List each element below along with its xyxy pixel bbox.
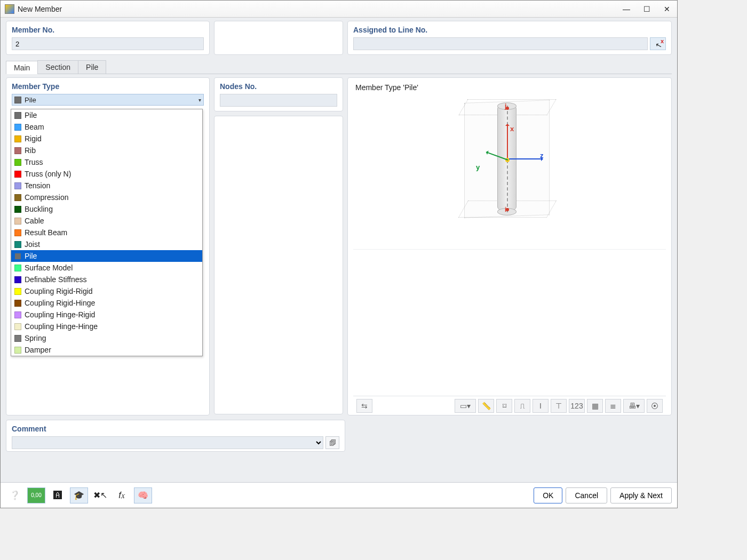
preview-canvas: j i x z y bbox=[353, 95, 666, 250]
member-type-option[interactable]: Pile bbox=[11, 250, 202, 262]
cancel-button[interactable]: Cancel bbox=[566, 487, 607, 503]
color-swatch-icon bbox=[14, 171, 21, 178]
member-type-option[interactable]: Pile bbox=[11, 109, 202, 121]
nodes-panel: Nodes No. bbox=[214, 77, 343, 111]
member-type-option-label: Result Beam bbox=[25, 228, 67, 237]
member-type-option-label: Rib bbox=[25, 146, 36, 155]
maximize-button[interactable]: ☐ bbox=[637, 2, 657, 17]
units-icon-button[interactable]: 0,00 bbox=[27, 487, 45, 503]
member-type-combo[interactable]: Pile ▾ bbox=[12, 94, 204, 106]
view-mode-dropdown[interactable]: ▭▾ bbox=[455, 399, 476, 413]
print-dropdown-button[interactable]: 🖶▾ bbox=[623, 399, 645, 413]
pick-cancel-icon-button[interactable]: ✖↖ bbox=[91, 487, 109, 503]
axis-y-label: y bbox=[476, 163, 480, 171]
apply-next-button[interactable]: Apply & Next bbox=[610, 487, 672, 503]
member-type-option-label: Coupling Rigid-Rigid bbox=[25, 287, 93, 295]
color-swatch-icon bbox=[14, 159, 21, 166]
member-type-option[interactable]: Coupling Rigid-Rigid bbox=[11, 285, 202, 297]
tab-pile[interactable]: Pile bbox=[78, 60, 106, 74]
member-type-option[interactable]: Truss (only N) bbox=[11, 168, 202, 180]
transfer-icon-button[interactable]: ⇆ bbox=[356, 399, 372, 413]
comment-label: Comment bbox=[12, 425, 339, 433]
close-button[interactable]: ✕ bbox=[657, 2, 677, 17]
grid-icon-button[interactable]: ▦ bbox=[587, 399, 603, 413]
brain-icon-button[interactable]: 🧠 bbox=[134, 487, 152, 503]
member-no-panel: Member No. bbox=[6, 21, 210, 55]
member-type-option[interactable]: Definable Stiffness bbox=[11, 274, 202, 285]
tab-section[interactable]: Section bbox=[37, 60, 78, 74]
member-type-option-label: Truss bbox=[25, 158, 43, 166]
member-no-label: Member No. bbox=[12, 26, 204, 34]
fx-icon-button[interactable]: f𝑥 bbox=[113, 487, 131, 503]
graduation-icon-button[interactable]: 🎓 bbox=[70, 487, 88, 503]
member-type-option-label: Tension bbox=[25, 181, 50, 190]
member-type-swatch-icon bbox=[14, 97, 21, 103]
member-type-option-label: Cable bbox=[25, 217, 44, 225]
member-type-option[interactable]: Coupling Hinge-Hinge bbox=[11, 321, 202, 332]
member-type-option[interactable]: Surface Model bbox=[11, 262, 202, 274]
color-swatch-icon bbox=[14, 229, 21, 236]
color-swatch-icon bbox=[14, 323, 21, 330]
member-type-option[interactable]: Truss bbox=[11, 156, 202, 168]
member-type-option[interactable]: Buckling bbox=[11, 203, 202, 215]
nodes-input[interactable] bbox=[220, 94, 337, 107]
member-type-option[interactable]: Coupling Rigid-Hinge bbox=[11, 297, 202, 309]
section-t-icon-button[interactable]: ⊤ bbox=[551, 399, 567, 413]
new-member-dialog: New Member — ☐ ✕ Member No. Assigned to … bbox=[0, 0, 678, 508]
comment-panel: Comment 🗐 bbox=[6, 420, 345, 452]
member-no-input[interactable] bbox=[12, 37, 204, 50]
member-type-option-label: Rigid bbox=[25, 134, 42, 143]
member-type-option-label: Beam bbox=[25, 123, 44, 131]
translate-icon-button[interactable]: 🅰 bbox=[49, 487, 67, 503]
member-type-option-label: Definable Stiffness bbox=[25, 275, 86, 284]
comment-library-button[interactable]: 🗐 bbox=[325, 436, 339, 449]
member-type-option[interactable]: Damper bbox=[11, 344, 202, 356]
member-type-option[interactable]: Rigid bbox=[11, 133, 202, 145]
member-type-option[interactable]: Result Beam bbox=[11, 227, 202, 238]
assigned-line-input[interactable] bbox=[353, 37, 648, 50]
minimize-button[interactable]: — bbox=[616, 2, 637, 17]
member-type-option-label: Damper bbox=[25, 346, 51, 354]
member-type-panel: Member Type Pile ▾ PileBeamRigidRibTruss… bbox=[6, 77, 210, 415]
member-type-option[interactable]: Coupling Hinge-Rigid bbox=[11, 309, 202, 321]
search-reset-icon-button[interactable]: ⦿ bbox=[647, 399, 663, 413]
color-swatch-icon bbox=[14, 206, 21, 213]
dialog-body: Member No. Assigned to Line No. x ↖ Main… bbox=[1, 18, 677, 482]
color-swatch-icon bbox=[14, 265, 21, 271]
mid-blank-panel bbox=[214, 116, 343, 414]
help-icon-button[interactable]: ❔ bbox=[6, 487, 24, 503]
member-type-option[interactable]: Cable bbox=[11, 215, 202, 227]
comment-combo[interactable] bbox=[12, 436, 323, 449]
color-swatch-icon bbox=[14, 335, 21, 342]
assigned-line-label: Assigned to Line No. bbox=[353, 26, 666, 34]
member-type-option[interactable]: Joist bbox=[11, 238, 202, 250]
list-icon-button[interactable]: ≣ bbox=[605, 399, 621, 413]
member-type-option[interactable]: Spring bbox=[11, 332, 202, 344]
member-type-option-label: Coupling Rigid-Hinge bbox=[25, 299, 95, 307]
color-swatch-icon bbox=[14, 135, 21, 142]
color-swatch-icon bbox=[14, 194, 21, 201]
numbering-icon-button[interactable]: 123 bbox=[569, 399, 585, 413]
ok-button[interactable]: OK bbox=[534, 487, 562, 503]
node-j-label: j bbox=[505, 102, 506, 110]
color-swatch-icon bbox=[14, 276, 21, 283]
snap1-icon-button[interactable]: ⌑ bbox=[496, 399, 512, 413]
dimension-icon-button[interactable]: 📏 bbox=[478, 399, 494, 413]
member-type-option[interactable]: Tension bbox=[11, 180, 202, 191]
snap2-icon-button[interactable]: ⎍ bbox=[514, 399, 530, 413]
member-type-option[interactable]: Compression bbox=[11, 191, 202, 203]
pick-line-button[interactable]: x ↖ bbox=[650, 37, 666, 50]
color-swatch-icon bbox=[14, 182, 21, 189]
section-i-icon-button[interactable]: I bbox=[533, 399, 549, 413]
member-type-option-label: Compression bbox=[25, 193, 68, 202]
assigned-line-panel: Assigned to Line No. x ↖ bbox=[347, 21, 672, 55]
member-type-option[interactable]: Beam bbox=[11, 121, 202, 133]
member-type-dropdown[interactable]: PileBeamRigidRibTrussTruss (only N)Tensi… bbox=[11, 109, 203, 356]
member-type-option-label: Coupling Hinge-Rigid bbox=[25, 310, 95, 319]
member-type-option-label: Truss (only N) bbox=[25, 170, 71, 178]
member-type-option[interactable]: Rib bbox=[11, 145, 202, 156]
tab-main[interactable]: Main bbox=[6, 61, 38, 74]
header-spacer-panel bbox=[214, 21, 343, 55]
color-swatch-icon bbox=[14, 300, 21, 307]
color-swatch-icon bbox=[14, 112, 21, 119]
